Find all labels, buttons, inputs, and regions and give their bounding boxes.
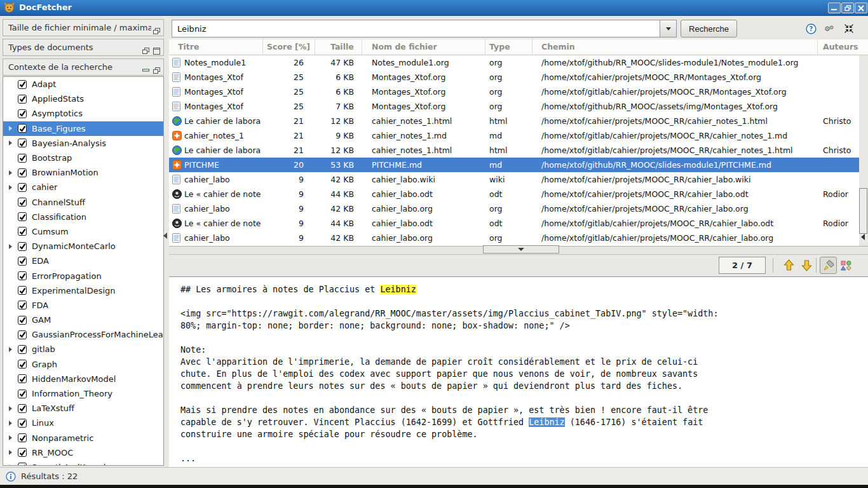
search-dropdown-button[interactable]: [660, 20, 677, 37]
minimize-button[interactable]: [828, 3, 841, 13]
tree-item[interactable]: Cumsum: [3, 224, 163, 239]
checkbox[interactable]: [18, 198, 27, 207]
filesize-panel-header[interactable]: Taille de fichier minimale / maximale: [3, 19, 164, 36]
sidebar-collapse-arrow[interactable]: [163, 233, 167, 239]
result-row[interactable]: Le cahier de labora2112 KBcahier_notes_1…: [169, 143, 859, 158]
checkbox[interactable]: [18, 95, 27, 104]
help-icon[interactable]: ?: [805, 23, 817, 34]
restore-panel-icon[interactable]: [153, 24, 160, 31]
maximize-panel-icon[interactable]: [153, 44, 160, 51]
tree-item[interactable]: Nonparametric: [3, 431, 163, 445]
preview-pane[interactable]: ## Les armoires à notes de Placcius et L…: [169, 276, 868, 467]
tree-item[interactable]: GaussianProcessForMachineLea: [3, 327, 163, 342]
tree-item[interactable]: ChannelStuff: [3, 195, 163, 210]
tree-item[interactable]: Classification: [3, 210, 163, 224]
expander-icon[interactable]: [9, 170, 18, 175]
search-input[interactable]: [172, 20, 660, 37]
expander-icon[interactable]: [9, 421, 18, 426]
tree-item[interactable]: ExperimentalDesign: [3, 283, 163, 298]
expander-icon[interactable]: [9, 185, 18, 190]
column-header-type[interactable]: Type: [485, 39, 532, 55]
checkbox[interactable]: [18, 301, 27, 309]
checkbox[interactable]: [18, 316, 27, 325]
checkbox[interactable]: [18, 124, 27, 133]
minimize-to-tray-icon[interactable]: [843, 23, 855, 34]
checkbox[interactable]: [18, 360, 27, 369]
tree-item[interactable]: Bayesian-Analysis: [3, 136, 163, 151]
checkbox[interactable]: [18, 419, 27, 428]
result-row[interactable]: cahier_notes_1219 KBcahier_notes_1.mdmd/…: [169, 128, 859, 143]
restore-panel-icon[interactable]: [142, 44, 149, 51]
checkbox[interactable]: [18, 139, 27, 147]
tree-item[interactable]: HiddenMarkovModel: [3, 372, 163, 386]
result-row[interactable]: cahier_labo942 KBcahier_labo.orgorg/home…: [169, 201, 859, 216]
expander-icon[interactable]: [9, 435, 18, 440]
checkbox[interactable]: [18, 374, 27, 383]
result-row[interactable]: Le cahier de labora2112 KBcahier_notes_1…: [169, 114, 859, 128]
expander-icon[interactable]: [9, 464, 18, 466]
tree-item[interactable]: Information_Theory: [3, 386, 163, 401]
column-header-chemin[interactable]: Chemin: [532, 39, 818, 55]
doctypes-panel-header[interactable]: Types de documents: [3, 39, 164, 56]
result-row[interactable]: Le « cahier de note944 KBcahier_labo.odt…: [169, 187, 859, 201]
result-row[interactable]: Le « cahier de note944 KBcahier_labo.odt…: [169, 216, 859, 231]
column-header-auteurs[interactable]: Auteurs: [818, 39, 868, 55]
expander-icon[interactable]: [9, 126, 18, 131]
next-match-button[interactable]: [798, 257, 815, 274]
expander-icon[interactable]: [9, 450, 18, 455]
checkbox[interactable]: [18, 404, 27, 413]
restore-button[interactable]: [841, 3, 854, 13]
preview-mode-shapes-icon[interactable]: [839, 259, 852, 272]
scope-panel-header[interactable]: Contexte de la recherche: [3, 58, 164, 76]
previous-match-button[interactable]: [780, 257, 797, 274]
checkbox[interactable]: [18, 433, 27, 442]
tree-item[interactable]: cahier: [3, 180, 163, 194]
tree-item[interactable]: DynamicMonteCarlo: [3, 239, 163, 254]
restore-panel-icon[interactable]: [153, 64, 160, 71]
checkbox[interactable]: [18, 257, 27, 266]
checkbox[interactable]: [18, 242, 27, 251]
tree-item[interactable]: FDA: [3, 298, 163, 313]
checkbox[interactable]: [18, 271, 27, 280]
checkbox[interactable]: [18, 390, 27, 398]
checkbox[interactable]: [18, 345, 27, 354]
tree-item[interactable]: SmoothAndKernel: [3, 460, 163, 466]
result-row[interactable]: Montages_Xtof256 KBMontages_Xtof.orgorg/…: [169, 70, 859, 85]
expander-icon[interactable]: [9, 347, 18, 352]
column-header-titre[interactable]: Titre: [169, 39, 263, 55]
expander-icon[interactable]: [9, 406, 18, 411]
search-button[interactable]: Recherche: [681, 20, 737, 37]
checkbox[interactable]: [18, 212, 27, 221]
column-header-taille[interactable]: Taille: [315, 39, 362, 55]
tree-item[interactable]: LaTeXstuff: [3, 401, 163, 416]
tree-item[interactable]: Base_Figures: [3, 121, 163, 136]
tree-item[interactable]: gitlab: [3, 342, 163, 356]
result-row[interactable]: PITCHME2053 KBPITCHME.mdmd/home/xtof/git…: [169, 158, 859, 172]
checkbox[interactable]: [18, 463, 27, 466]
tree-item[interactable]: EDA: [3, 254, 163, 268]
checkbox[interactable]: [18, 183, 27, 192]
result-row[interactable]: Notes_module12647 KBNotes_module1.orgorg…: [169, 55, 859, 70]
column-header-nom[interactable]: Nom de fichier: [362, 39, 485, 55]
expander-icon[interactable]: [9, 140, 18, 146]
checkbox[interactable]: [18, 168, 27, 177]
result-row[interactable]: cahier_labo942 KBcahier_labo.wikiwiki/ho…: [169, 172, 859, 187]
tree-item[interactable]: Graph: [3, 357, 163, 372]
tree-item[interactable]: Adapt: [3, 77, 163, 92]
close-button[interactable]: [855, 3, 867, 13]
highlight-toggle-button[interactable]: [820, 257, 837, 274]
tree-item[interactable]: RR_MOOC: [3, 445, 163, 460]
checkbox[interactable]: [18, 448, 27, 457]
column-header-score[interactable]: Score [%]: [263, 39, 315, 55]
tree-item[interactable]: Linux: [3, 416, 163, 430]
tree-item[interactable]: GAM: [3, 313, 163, 327]
checkbox[interactable]: [18, 227, 27, 236]
tree-item[interactable]: ErrorPropagation: [3, 268, 163, 283]
expander-icon[interactable]: [9, 244, 18, 249]
checkbox[interactable]: [18, 330, 27, 339]
result-row[interactable]: cahier_labo942 KBcahier_labo.orgorg/home…: [169, 231, 859, 245]
table-scroll-left-arrow[interactable]: [861, 234, 865, 240]
tree-item[interactable]: AppliedStats: [3, 92, 163, 106]
checkbox[interactable]: [18, 154, 27, 163]
result-row[interactable]: Montages_Xtof256 KBMontages_Xtof.orgorg/…: [169, 85, 859, 99]
